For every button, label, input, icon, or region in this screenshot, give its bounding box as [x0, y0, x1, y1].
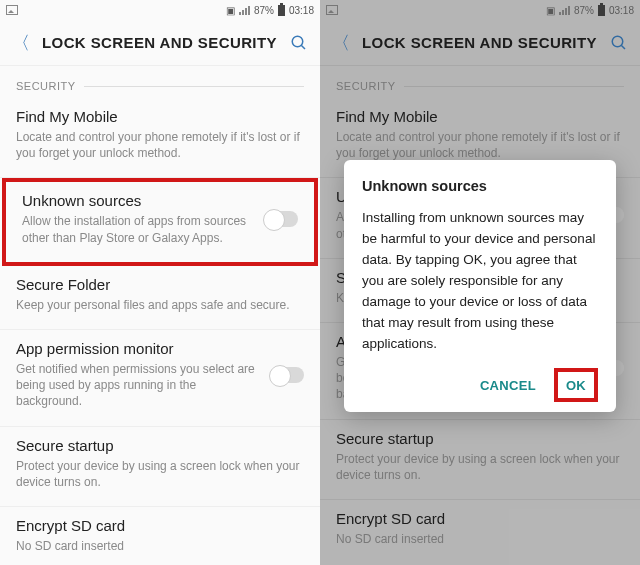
svg-point-0: [292, 36, 303, 47]
highlight-ok: OK: [554, 368, 598, 402]
ok-button[interactable]: OK: [566, 378, 586, 393]
item-unknown-sources[interactable]: Unknown sources Allow the installation o…: [6, 182, 314, 261]
item-title: Encrypt SD card: [16, 517, 304, 534]
app-header: 〈 LOCK SCREEN AND SECURITY: [0, 20, 320, 66]
item-desc: Allow the installation of apps from sour…: [22, 213, 254, 245]
item-secure-folder[interactable]: Secure Folder Keep your personal files a…: [0, 266, 320, 330]
item-desc: Get notified when permissions you select…: [16, 361, 260, 410]
item-title: Secure Folder: [16, 276, 304, 293]
dialog-body: Installing from unknown sources may be h…: [362, 208, 598, 354]
settings-list: SECURITY Find My Mobile Locate and contr…: [0, 66, 320, 565]
highlight-unknown-sources: Unknown sources Allow the installation o…: [2, 178, 318, 265]
page-title: LOCK SCREEN AND SECURITY: [42, 34, 278, 51]
item-title: Unknown sources: [22, 192, 254, 209]
phone-screen-right: ▣ 87% 03:18 〈 LOCK SCREEN AND SECURITY S…: [320, 0, 640, 565]
toggle-unknown-sources[interactable]: [264, 211, 298, 227]
item-find-my-mobile[interactable]: Find My Mobile Locate and control your p…: [0, 98, 320, 178]
item-desc: Keep your personal files and apps safe a…: [16, 297, 304, 313]
svg-line-1: [301, 45, 305, 49]
item-title: Find My Mobile: [16, 108, 304, 125]
dialog-scrim: Unknown sources Installing from unknown …: [320, 0, 640, 565]
signal-icon: [239, 6, 250, 15]
search-icon[interactable]: [290, 34, 308, 52]
back-icon[interactable]: 〈: [12, 31, 30, 55]
dialog-title: Unknown sources: [362, 178, 598, 194]
battery-icon: [278, 5, 285, 16]
item-desc: Protect your device by using a screen lo…: [16, 458, 304, 490]
item-title: Secure startup: [16, 437, 304, 454]
item-encrypt-sd[interactable]: Encrypt SD card No SD card inserted: [0, 507, 320, 565]
status-bar: ▣ 87% 03:18: [0, 0, 320, 20]
battery-saver-icon: ▣: [226, 5, 235, 16]
clock: 03:18: [289, 5, 314, 16]
item-desc: Locate and control your phone remotely i…: [16, 129, 304, 161]
gallery-icon: [6, 5, 18, 15]
item-title: App permission monitor: [16, 340, 260, 357]
toggle-app-permission[interactable]: [270, 367, 304, 383]
dialog-actions: CANCEL OK: [362, 368, 598, 402]
cancel-button[interactable]: CANCEL: [470, 370, 546, 401]
section-label: SECURITY: [0, 66, 320, 98]
battery-percent: 87%: [254, 5, 274, 16]
item-app-permission-monitor[interactable]: App permission monitor Get notified when…: [0, 330, 320, 427]
item-secure-startup[interactable]: Secure startup Protect your device by us…: [0, 427, 320, 507]
dialog-unknown-sources: Unknown sources Installing from unknown …: [344, 160, 616, 412]
item-desc: No SD card inserted: [16, 538, 304, 554]
phone-screen-left: ▣ 87% 03:18 〈 LOCK SCREEN AND SECURITY S…: [0, 0, 320, 565]
